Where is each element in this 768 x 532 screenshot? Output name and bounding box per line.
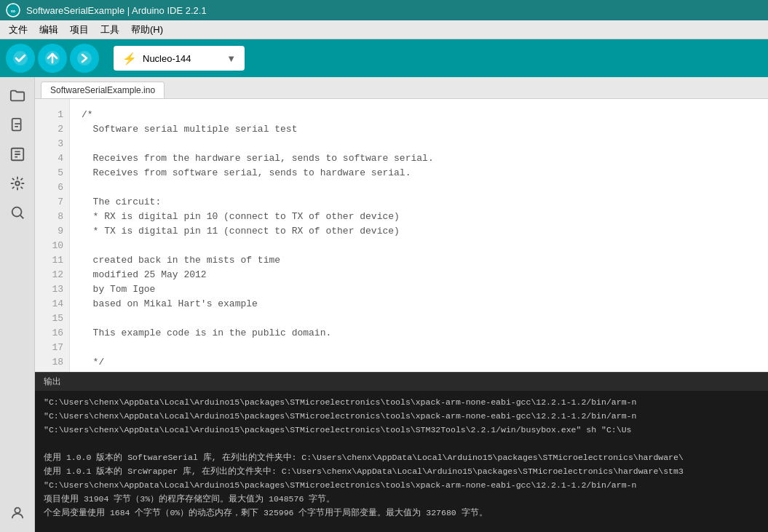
output-panel: 输出 "C:\Users\chenx\AppData\Local\Arduino… xyxy=(35,372,768,532)
output-line: "C:\Users\chenx\AppData\Local\Arduino15\… xyxy=(44,478,759,492)
sidebar-item-boards[interactable] xyxy=(4,141,31,167)
toolbar: ⚡ Nucleo-144 ▼ xyxy=(0,39,768,77)
svg-point-11 xyxy=(15,508,20,513)
sidebar-item-debug[interactable] xyxy=(4,170,31,196)
sidebar-item-search[interactable] xyxy=(4,199,31,226)
sidebar-item-files[interactable] xyxy=(4,112,31,138)
output-line: 使用 1.0.0 版本的 SoftwareSerial 库, 在列出的文件夹中:… xyxy=(44,450,759,464)
dropdown-arrow-icon: ▼ xyxy=(226,53,236,64)
board-selector[interactable]: ⚡ Nucleo-144 ▼ xyxy=(114,46,245,71)
tab-main-file[interactable]: SoftwareSerialExample.ino xyxy=(41,82,165,98)
menu-bar: 文件 编辑 项目 工具 帮助(H) xyxy=(0,20,768,39)
output-line: "C:\Users\chenx\AppData\Local\Arduino15\… xyxy=(44,395,759,409)
output-line: 个全局变量使用 1684 个字节（0%）的动态内存，剩下 325996 个字节用… xyxy=(44,506,759,520)
window-title: SoftwareSerialExample | Arduino IDE 2.2.… xyxy=(26,5,207,16)
output-line: 项目使用 31904 字节（3%）的程序存储空间。最大值为 1048576 字节… xyxy=(44,492,759,506)
menu-help[interactable]: 帮助(H) xyxy=(125,22,169,38)
verify-button[interactable] xyxy=(6,44,35,73)
svg-point-5 xyxy=(77,51,92,65)
menu-tools[interactable]: 工具 xyxy=(95,22,125,38)
title-bar: ∞ SoftwareSerialExample | Arduino IDE 2.… xyxy=(0,0,768,20)
sidebar xyxy=(0,77,35,532)
svg-line-10 xyxy=(20,215,23,218)
upload-button[interactable] xyxy=(38,44,67,73)
svg-point-9 xyxy=(12,207,21,217)
svg-text:∞: ∞ xyxy=(11,7,16,15)
output-line: "C:\Users\chenx\AppData\Local\Arduino15\… xyxy=(44,409,759,423)
usb-icon: ⚡ xyxy=(122,52,137,65)
sidebar-item-folder[interactable] xyxy=(4,83,31,109)
line-numbers: 12345 678910 1112131415 161718 xyxy=(35,99,70,372)
svg-point-8 xyxy=(15,181,20,186)
output-content: "C:\Users\chenx\AppData\Local\Arduino15\… xyxy=(35,391,768,532)
tab-bar: SoftwareSerialExample.ino xyxy=(35,77,768,99)
content-area: SoftwareSerialExample.ino 12345 678910 1… xyxy=(35,77,768,532)
board-name: Nucleo-144 xyxy=(143,53,191,64)
main-layout: SoftwareSerialExample.ino 12345 678910 1… xyxy=(0,77,768,532)
code-editor[interactable]: 12345 678910 1112131415 161718 /* Softwa… xyxy=(35,99,768,372)
menu-project[interactable]: 项目 xyxy=(64,22,95,38)
output-line: 使用 1.0.1 版本的 SrcWrapper 库, 在列出的文件夹中: C:\… xyxy=(44,464,759,478)
output-line: "C:\Users\chenx\AppData\Local\Arduino15\… xyxy=(44,423,759,437)
menu-edit[interactable]: 编辑 xyxy=(33,22,64,38)
app-logo: ∞ xyxy=(6,3,20,17)
output-header: 输出 xyxy=(35,372,768,391)
sidebar-item-user[interactable] xyxy=(4,500,31,526)
output-line xyxy=(44,437,759,450)
debug-button[interactable] xyxy=(70,44,99,73)
code-text[interactable]: /* Software serial multiple serial test … xyxy=(70,99,768,372)
menu-file[interactable]: 文件 xyxy=(3,22,33,38)
